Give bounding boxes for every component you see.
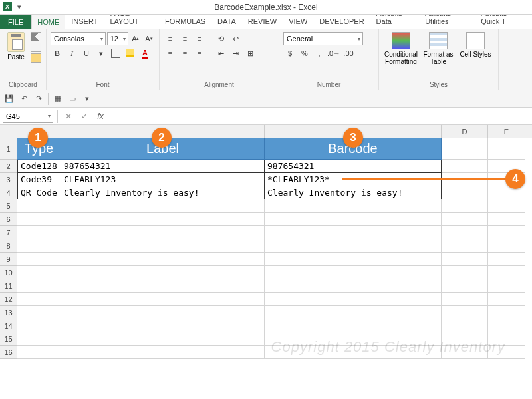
decrease-decimal-button[interactable]: .00 [342,47,355,60]
cell-B8[interactable] [61,239,265,253]
name-box[interactable]: G45 [3,110,53,123]
paste-button[interactable]: Paste [4,32,28,61]
align-center-button[interactable]: ≡ [178,47,192,60]
format-as-table-button[interactable]: Format as Table [420,32,456,81]
dropdown-icon[interactable]: ▾ [14,2,25,13]
cell-A3[interactable]: Code39 [17,173,61,186]
cell-A15[interactable] [17,332,61,346]
shrink-font-button[interactable]: A▾ [143,32,155,45]
cell-C7[interactable] [265,226,442,239]
underline-button[interactable]: U [80,47,93,60]
row-header-15[interactable]: 15 [0,332,17,346]
cell-B14[interactable] [61,319,265,332]
cell-B10[interactable] [61,266,265,279]
align-left-button[interactable]: ≡ [164,47,177,60]
cell-A12[interactable] [17,293,61,306]
cell-B15[interactable] [61,332,265,346]
cell-A5[interactable] [17,200,61,213]
cell-D5[interactable] [442,200,488,213]
format-painter-icon[interactable] [31,53,41,63]
row-header-14[interactable]: 14 [0,319,17,332]
formula-input[interactable] [110,110,529,123]
row-header-10[interactable]: 10 [0,266,17,279]
percent-format-button[interactable]: % [298,47,311,60]
cell-A14[interactable] [17,319,61,332]
cell-C4[interactable]: Clearly Inventory is easy! [265,186,442,200]
cut-icon[interactable] [31,32,41,41]
font-color-button[interactable]: A [138,47,152,60]
row-header-1[interactable]: 1 [0,138,17,160]
cell-B4[interactable]: Clearly Inventory is easy! [61,186,265,200]
cell-C8[interactable] [265,239,442,253]
cell-C5[interactable] [265,200,442,213]
cell-D10[interactable] [442,266,488,279]
row-header-6[interactable]: 6 [0,213,17,226]
copy-icon[interactable] [31,43,41,52]
col-header-E[interactable]: E [488,125,525,138]
cell-A2[interactable]: Code128 [17,160,61,173]
cell-B7[interactable] [61,226,265,239]
accounting-format-button[interactable]: $ [283,47,297,60]
font-name-combo[interactable]: Consolas [51,32,106,45]
cell-D6[interactable] [442,213,488,226]
cell-B6[interactable] [61,213,265,226]
cell-D9[interactable] [442,253,488,266]
cell-C12[interactable] [265,293,442,306]
cell-B9[interactable] [61,253,265,266]
border-button[interactable] [111,49,120,58]
cell-D8[interactable] [442,239,488,253]
cell-C11[interactable] [265,279,442,293]
tab-view[interactable]: VIEW [283,14,313,29]
row-header-16[interactable]: 16 [0,346,17,359]
cell-D7[interactable] [442,226,488,239]
redo-icon[interactable]: ↷ [33,94,44,104]
decrease-indent-button[interactable]: ⇤ [214,47,227,60]
touch-mode-icon[interactable]: ▭ [67,94,78,104]
cell-A4[interactable]: QR Code [17,186,61,200]
cell-styles-button[interactable]: Cell Styles [458,32,493,81]
cell-A16[interactable] [17,346,61,359]
underline-dropdown[interactable]: ▾ [94,47,108,60]
file-tab[interactable]: FILE [0,15,31,29]
enter-formula-icon[interactable]: ✓ [78,110,91,123]
cell-A13[interactable] [17,306,61,319]
cell-E1[interactable] [488,138,525,160]
cell-A11[interactable] [17,279,61,293]
align-bottom-button[interactable]: ≡ [193,32,206,45]
fx-icon[interactable]: fx [94,110,107,123]
cell-D12[interactable] [442,293,488,306]
cell-E11[interactable] [488,279,525,293]
cell-E14[interactable] [488,319,525,332]
conditional-formatting-button[interactable]: Conditional Formatting [383,32,419,81]
cell-E7[interactable] [488,226,525,239]
cell-E13[interactable] [488,306,525,319]
cell-E9[interactable] [488,253,525,266]
cell-C9[interactable] [265,253,442,266]
cancel-formula-icon[interactable]: ✕ [62,110,75,123]
number-format-combo[interactable]: General [283,32,363,45]
cell-C6[interactable] [265,213,442,226]
cell-D4[interactable] [442,186,488,200]
row-header-9[interactable]: 9 [0,253,17,266]
cell-E12[interactable] [488,293,525,306]
row-header-8[interactable]: 8 [0,239,17,253]
italic-button[interactable]: I [65,47,78,60]
cell-B2[interactable]: 987654321 [61,160,265,173]
row-header-5[interactable]: 5 [0,200,17,213]
grow-font-button[interactable]: A▴ [130,32,142,45]
cell-A10[interactable] [17,266,61,279]
cell-C10[interactable] [265,266,442,279]
align-middle-button[interactable]: ≡ [178,32,192,45]
qat-dropdown-icon[interactable]: ▾ [82,94,92,104]
undo-icon[interactable]: ↶ [19,94,29,104]
select-all-corner[interactable] [0,125,17,138]
row-header-2[interactable]: 2 [0,160,17,173]
fill-color-button[interactable] [124,47,137,60]
tab-data[interactable]: DATA [211,14,242,29]
align-right-button[interactable]: ≡ [193,47,206,60]
row-header-3[interactable]: 3 [0,173,17,186]
merge-button[interactable]: ⊞ [243,47,257,60]
cell-B5[interactable] [61,200,265,213]
wrap-text-button[interactable]: ↩ [229,32,242,45]
quick-print-icon[interactable]: ▦ [53,94,63,104]
